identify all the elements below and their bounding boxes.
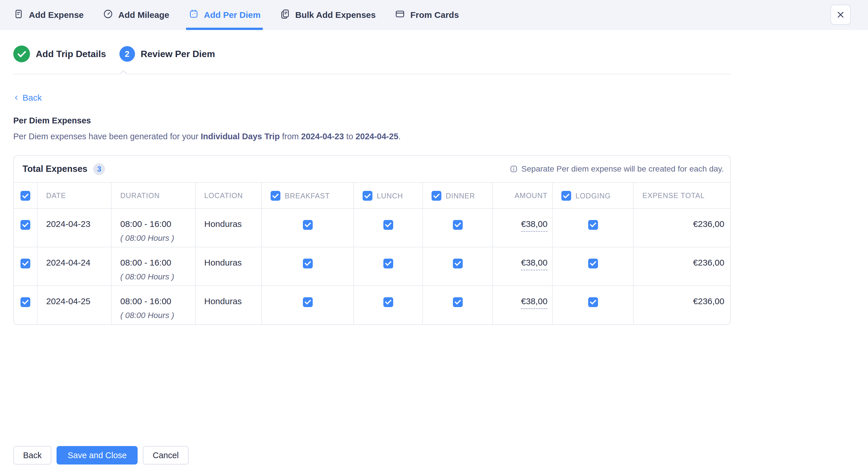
tab-label: Add Per Diem (204, 10, 261, 20)
tab-label: Bulk Add Expenses (295, 10, 376, 20)
location-cell: Honduras (195, 286, 261, 324)
expense-total-cell: €236,00 (633, 209, 730, 247)
save-and-close-button[interactable]: Save and Close (57, 446, 137, 465)
location-cell: Honduras (195, 247, 261, 286)
mileage-icon (103, 9, 113, 21)
breakfast-checkbox[interactable] (303, 259, 313, 269)
step-label: Review Per Diem (141, 49, 215, 59)
row-select-checkbox[interactable] (21, 259, 30, 269)
duration-value: 08:00 - 16:00 (120, 219, 195, 229)
tab-label: Add Expense (29, 10, 84, 20)
duration-value: 08:00 - 16:00 (120, 296, 195, 306)
amount-field[interactable]: €38,00 (521, 296, 548, 309)
breakfast-checkbox[interactable] (303, 220, 313, 230)
lodging-checkbox[interactable] (588, 259, 598, 269)
page-title: Per Diem Expenses (13, 116, 868, 125)
tab-from-cards[interactable]: From Cards (395, 0, 459, 30)
stepper-caret (120, 70, 127, 77)
step-review-per-diem[interactable]: 2 Review Per Diem (119, 46, 215, 62)
expenses-card: Total Expenses 3 Separate Per diem expen… (13, 155, 731, 325)
tab-bulk-add-expenses[interactable]: Bulk Add Expenses (280, 0, 376, 30)
breakfast-checkbox[interactable] (303, 297, 313, 307)
date-cell: 2024-04-23 (37, 209, 111, 247)
start-date: 2024-04-23 (301, 132, 344, 141)
location-cell: Honduras (195, 209, 261, 247)
column-header-expense-total: EXPENSE TOTAL (633, 183, 730, 209)
tab-bar: Add Expense Add Mileage Add Per Diem Bul… (0, 0, 868, 30)
row-select-checkbox[interactable] (21, 220, 30, 230)
amount-field[interactable]: €38,00 (521, 258, 548, 271)
lodging-checkbox[interactable] (588, 220, 598, 230)
table-row: 2024-04-23 08:00 - 16:00( 08:00 Hours ) … (14, 209, 730, 247)
calendar-icon (188, 9, 199, 21)
tab-add-per-diem[interactable]: Add Per Diem (188, 0, 261, 30)
duration-value: 08:00 - 16:00 (120, 258, 195, 268)
stepper-divider (13, 74, 731, 74)
step-label: Add Trip Details (36, 49, 106, 59)
description-text: Per Diem expenses have been generated fo… (13, 132, 201, 141)
column-header-amount: AMOUNT (493, 183, 552, 209)
step-number-badge: 2 (119, 46, 135, 62)
description-text: . (398, 132, 401, 141)
lunch-all-checkbox[interactable] (363, 191, 372, 201)
back-button[interactable]: Back (13, 446, 51, 465)
lunch-checkbox[interactable] (383, 220, 393, 230)
expense-total-cell: €236,00 (633, 247, 730, 286)
per-diem-note-text: Separate Per diem expense will be create… (522, 164, 724, 174)
dinner-checkbox[interactable] (453, 220, 463, 230)
column-header-lunch: LUNCH (377, 192, 403, 200)
expense-total-cell: €236,00 (633, 286, 730, 324)
end-date: 2024-04-25 (355, 132, 398, 141)
description-text: from (280, 132, 301, 141)
footer-actions: Back Save and Close Cancel (13, 446, 189, 465)
credit-card-icon (395, 9, 405, 21)
back-link-label: Back (23, 93, 42, 103)
back-link[interactable]: Back (13, 93, 42, 103)
tab-add-expense[interactable]: Add Expense (13, 0, 84, 30)
duration-hours: ( 08:00 Hours ) (120, 233, 195, 243)
table-row: 2024-04-24 08:00 - 16:00( 08:00 Hours ) … (14, 247, 730, 286)
column-header-lodging: LODGING (576, 192, 611, 200)
close-button[interactable] (831, 5, 851, 25)
dinner-checkbox[interactable] (453, 259, 463, 269)
table-row: 2024-04-25 08:00 - 16:00( 08:00 Hours ) … (14, 286, 730, 324)
duration-hours: ( 08:00 Hours ) (120, 311, 195, 320)
lodging-checkbox[interactable] (588, 297, 598, 307)
tab-add-mileage[interactable]: Add Mileage (103, 0, 169, 30)
row-select-checkbox[interactable] (21, 297, 30, 307)
select-all-checkbox[interactable] (21, 191, 30, 201)
date-cell: 2024-04-25 (37, 286, 111, 324)
chevron-left-icon (13, 95, 20, 101)
step-add-trip-details[interactable]: Add Trip Details (13, 45, 106, 62)
column-header-dinner: DINNER (446, 192, 475, 200)
card-title: Total Expenses (23, 164, 87, 174)
lodging-all-checkbox[interactable] (561, 191, 571, 201)
dinner-all-checkbox[interactable] (432, 191, 441, 201)
lunch-checkbox[interactable] (383, 297, 393, 307)
duration-hours: ( 08:00 Hours ) (120, 272, 195, 281)
lunch-checkbox[interactable] (383, 259, 393, 269)
receipt-icon (13, 9, 24, 21)
column-header-date: DATE (37, 183, 111, 209)
bulk-expenses-icon (280, 9, 290, 21)
column-header-duration: DURATION (111, 183, 195, 209)
breakfast-all-checkbox[interactable] (271, 191, 280, 201)
stepper: Add Trip Details 2 Review Per Diem (13, 45, 868, 62)
duration-cell: 08:00 - 16:00( 08:00 Hours ) (111, 209, 195, 247)
duration-cell: 08:00 - 16:00( 08:00 Hours ) (111, 286, 195, 324)
info-icon (509, 165, 518, 173)
cancel-button[interactable]: Cancel (143, 446, 188, 465)
description-text: to (344, 132, 355, 141)
amount-field[interactable]: €38,00 (521, 219, 548, 232)
description: Per Diem expenses have been generated fo… (13, 132, 868, 141)
trip-name: Individual Days Trip (201, 132, 280, 141)
dinner-checkbox[interactable] (453, 297, 463, 307)
per-diem-table: DATE DURATION LOCATION BREAKFAST LUNCH D… (14, 182, 730, 324)
tab-label: Add Mileage (118, 10, 169, 20)
count-badge: 3 (93, 163, 105, 175)
close-icon (836, 10, 845, 20)
duration-cell: 08:00 - 16:00( 08:00 Hours ) (111, 247, 195, 286)
step-complete-check-icon (13, 45, 30, 62)
per-diem-note: Separate Per diem expense will be create… (509, 164, 724, 174)
column-header-breakfast: BREAKFAST (285, 192, 330, 200)
